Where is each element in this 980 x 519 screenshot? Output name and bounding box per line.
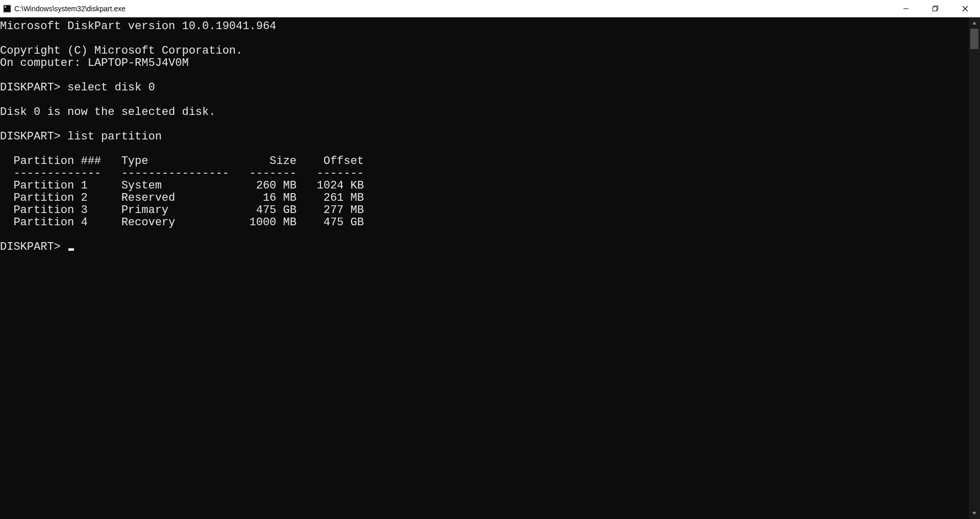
terminal-line: ------------- ---------------- ------- -… — [0, 168, 969, 180]
titlebar[interactable]: C:\Windows\system32\diskpart.exe — [0, 0, 980, 17]
terminal-area[interactable]: Microsoft DiskPart version 10.0.19041.96… — [0, 17, 980, 519]
terminal-line: Partition 4 Recovery 1000 MB 475 GB — [0, 217, 969, 229]
scroll-up-button[interactable] — [969, 17, 980, 29]
terminal-prompt-line[interactable]: DISKPART> — [0, 241, 969, 253]
svg-rect-2 — [903, 8, 909, 9]
scroll-thumb[interactable] — [970, 29, 978, 49]
terminal-line: Partition 1 System 260 MB 1024 KB — [0, 180, 969, 192]
terminal-line — [0, 94, 969, 106]
vertical-scrollbar[interactable] — [969, 17, 980, 519]
cursor — [68, 248, 74, 251]
svg-marker-8 — [972, 512, 976, 515]
svg-rect-1 — [5, 6, 6, 8]
terminal-line: Copyright (C) Microsoft Corporation. — [0, 45, 969, 57]
terminal-line: DISKPART> select disk 0 — [0, 82, 969, 94]
terminal-line — [0, 229, 969, 241]
terminal-line — [0, 119, 969, 131]
terminal-line — [0, 143, 969, 155]
diskpart-window: C:\Windows\system32\diskpart.exe Microso — [0, 0, 980, 519]
terminal-line: Microsoft DiskPart version 10.0.19041.96… — [0, 20, 969, 33]
terminal-line — [0, 69, 969, 82]
minimize-button[interactable] — [891, 0, 921, 17]
scroll-down-button[interactable] — [969, 508, 980, 519]
window-controls — [891, 0, 980, 17]
terminal-line: Partition 2 Reserved 16 MB 261 MB — [0, 192, 969, 204]
maximize-button[interactable] — [921, 0, 950, 17]
terminal-line: On computer: LAPTOP-RM5J4V0M — [0, 57, 969, 69]
terminal-line: DISKPART> list partition — [0, 131, 969, 143]
svg-rect-4 — [933, 7, 937, 11]
terminal-line: Partition ### Type Size Offset — [0, 155, 969, 168]
prompt: DISKPART> — [0, 241, 67, 253]
svg-marker-7 — [972, 21, 976, 25]
app-icon — [3, 5, 11, 13]
window-title: C:\Windows\system32\diskpart.exe — [14, 5, 126, 13]
close-button[interactable] — [950, 0, 980, 17]
terminal-line — [0, 33, 969, 45]
terminal-line: Disk 0 is now the selected disk. — [0, 106, 969, 119]
terminal-line: Partition 3 Primary 475 GB 277 MB — [0, 204, 969, 217]
terminal-output[interactable]: Microsoft DiskPart version 10.0.19041.96… — [0, 17, 969, 519]
